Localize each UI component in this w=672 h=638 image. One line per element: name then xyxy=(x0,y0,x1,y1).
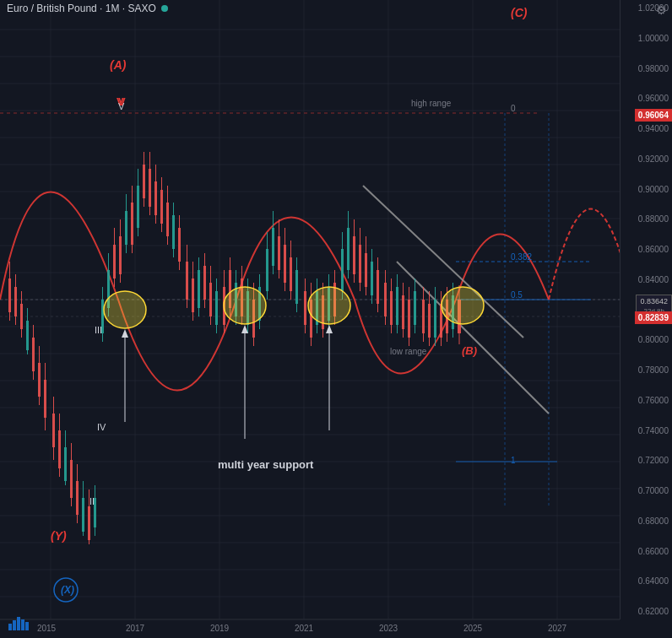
time-label-2017: 2017 xyxy=(126,624,145,633)
fib-0-label: 0 xyxy=(511,104,516,113)
price-label-0660: 0.66000 xyxy=(624,547,669,556)
wave-y-label: (Y) xyxy=(51,529,67,543)
svg-point-191 xyxy=(442,287,484,324)
svg-rect-201 xyxy=(8,624,12,630)
top-bar: Euro / British Pound · 1M · SAXO xyxy=(0,0,672,17)
price-label-0800: 0.80000 xyxy=(624,335,669,344)
price-label-1000: 1.00000 xyxy=(624,34,669,43)
multi-year-support-label: multi year support xyxy=(218,458,314,471)
chart-svg: (A) V V (C) (B) (Y) (X) II III IV V 0 0.… xyxy=(0,0,620,638)
time-label-2019: 2019 xyxy=(210,624,230,633)
price-label-0720: 0.72000 xyxy=(624,456,669,465)
price-label-0620: 0.62000 xyxy=(624,607,669,616)
price-label-0640: 0.64000 xyxy=(624,576,669,586)
time-label-2015: 2015 xyxy=(37,624,57,633)
price-label-0740: 0.74000 xyxy=(624,426,669,435)
svg-point-189 xyxy=(224,287,266,324)
svg-rect-203 xyxy=(17,617,20,630)
online-indicator xyxy=(161,5,168,12)
fib-05-label: 0.5 xyxy=(511,290,523,300)
price-label-0960: 0.96000 xyxy=(624,94,669,103)
price-label-0980: 0.98000 xyxy=(624,64,669,73)
wave-b-label: (B) xyxy=(462,344,477,357)
time-label-2021: 2021 xyxy=(295,624,314,633)
fib-1-label: 1 xyxy=(511,456,516,465)
low-price-badge: 0.82839 xyxy=(635,311,672,324)
wave-x-label: (X) xyxy=(61,584,74,596)
time-label-2023: 2023 xyxy=(379,624,398,633)
roman-2-label: II xyxy=(89,496,95,506)
high-price-badge: 0.96064 xyxy=(635,109,672,122)
tradingview-logo xyxy=(7,614,30,631)
price-label-0920: 0.92000 xyxy=(624,154,669,164)
price-label-0940: 0.94000 xyxy=(624,124,669,133)
roman-4-label: IV xyxy=(97,422,106,432)
svg-rect-202 xyxy=(13,620,16,630)
fib-382-label: 0.382 xyxy=(511,252,532,262)
time-label-2025: 2025 xyxy=(463,624,483,633)
price-label-0700: 0.70000 xyxy=(624,486,669,495)
price-label-0780: 0.78000 xyxy=(624,365,669,375)
price-label-0880: 0.88000 xyxy=(624,214,669,224)
svg-point-188 xyxy=(104,291,146,328)
price-label-0840: 0.84000 xyxy=(624,275,669,284)
svg-rect-204 xyxy=(21,619,24,630)
chart-title: Euro / British Pound · 1M · SAXO xyxy=(7,3,156,14)
price-label-0760: 0.76000 xyxy=(624,396,669,405)
price-label-0860: 0.86000 xyxy=(624,245,669,254)
roman-3-label: III xyxy=(95,325,102,335)
svg-point-190 xyxy=(308,287,350,324)
high-range-label: high range xyxy=(411,99,452,108)
roman-v-small-label: V xyxy=(118,101,125,111)
svg-rect-205 xyxy=(25,622,29,630)
wave-a-label: (A) xyxy=(110,58,127,72)
chart-container: (A) V V (C) (B) (Y) (X) II III IV V 0 0.… xyxy=(0,0,672,638)
low-range-label: low range xyxy=(390,347,427,356)
price-label-0900: 0.90000 xyxy=(624,185,669,194)
time-label-2027: 2027 xyxy=(548,624,567,633)
price-label-0680: 0.68000 xyxy=(624,516,669,526)
